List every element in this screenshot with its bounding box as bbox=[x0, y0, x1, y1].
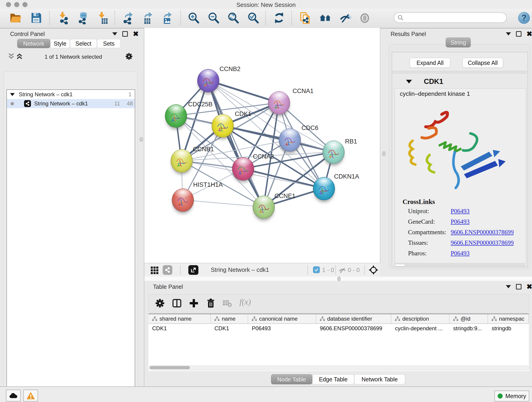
export-image-button[interactable] bbox=[161, 12, 174, 24]
crosslink-link[interactable]: 9606.ENSP00000378699 bbox=[451, 239, 514, 246]
column-header-canonical-name[interactable]: canonical name bbox=[248, 314, 316, 323]
current-network-name: String Network – cdk1 bbox=[211, 266, 269, 274]
panel-close-icon[interactable]: ✖ bbox=[526, 32, 532, 36]
crosslink-link[interactable]: P06493 bbox=[451, 208, 470, 215]
apply-layout-button[interactable] bbox=[273, 12, 285, 24]
network-node-CDC25B[interactable] bbox=[165, 104, 187, 128]
panel-float-icon[interactable] bbox=[122, 31, 128, 37]
panel-menu-icon[interactable] bbox=[506, 285, 511, 288]
show-all-button[interactable] bbox=[358, 12, 371, 24]
network-node-CCNA1[interactable] bbox=[268, 91, 290, 115]
left-splitter-handle[interactable] bbox=[139, 137, 143, 142]
network-node-CDC6[interactable] bbox=[279, 128, 301, 152]
network-node-HIST1H1A[interactable] bbox=[172, 188, 194, 212]
expand-all-button[interactable]: Expand All bbox=[410, 58, 450, 68]
zoom-out-button[interactable] bbox=[207, 12, 220, 24]
entry-collapse-icon[interactable] bbox=[406, 80, 412, 83]
clone-network-button[interactable] bbox=[299, 12, 312, 24]
cloud-status-button[interactable] bbox=[6, 390, 21, 402]
table-cell[interactable]: cyclin-dependent ... bbox=[391, 325, 450, 332]
network-node-CCNA2[interactable] bbox=[232, 157, 254, 181]
tab-network[interactable]: Network bbox=[17, 39, 50, 48]
open-session-button[interactable] bbox=[9, 12, 22, 24]
selected-count-checkbox[interactable] bbox=[313, 266, 320, 273]
panel-float-icon[interactable] bbox=[516, 31, 521, 37]
network-node-CDK1[interactable] bbox=[212, 114, 234, 138]
table-hscrollbar[interactable] bbox=[149, 365, 529, 370]
export-network-button[interactable] bbox=[122, 12, 135, 24]
tab-style[interactable]: Style bbox=[50, 39, 70, 48]
tab-network-table[interactable]: Network Table bbox=[354, 374, 405, 384]
panel-close-icon[interactable]: ✖ bbox=[526, 284, 532, 289]
column-header-namespac[interactable]: namespac bbox=[488, 314, 529, 323]
tab-string[interactable]: String bbox=[446, 37, 471, 47]
network-row-selected[interactable]: String Network – cdk1 11 48 bbox=[7, 99, 135, 108]
horizontal-splitter[interactable] bbox=[144, 277, 532, 281]
delete-column-button[interactable] bbox=[206, 298, 216, 309]
column-header-description[interactable]: description bbox=[391, 314, 450, 323]
table-cell[interactable]: stringdb:9... bbox=[450, 325, 488, 332]
table-cell[interactable]: 9606.ENSP00000378699 bbox=[316, 325, 391, 332]
collapse-all-button[interactable]: Collapse All bbox=[462, 58, 503, 68]
warnings-button[interactable] bbox=[23, 390, 38, 402]
zoom-fit-button[interactable] bbox=[227, 12, 240, 24]
grid-view-button[interactable] bbox=[150, 265, 159, 276]
network-node-CCNB1[interactable] bbox=[171, 149, 193, 172]
first-neighbors-button[interactable] bbox=[319, 12, 332, 24]
network-options-gear-button[interactable] bbox=[125, 52, 133, 61]
function-builder-button-disabled[interactable]: f(x) bbox=[239, 297, 251, 307]
birdseye-view-button[interactable] bbox=[188, 265, 198, 275]
network-node-CCNB2[interactable] bbox=[197, 69, 219, 92]
panel-menu-icon[interactable] bbox=[506, 32, 511, 36]
crosslink-link[interactable]: 9606.ENSP00000378699 bbox=[451, 229, 514, 236]
network-node-CDKN1A[interactable] bbox=[313, 177, 335, 200]
table-cell[interactable]: stringdb bbox=[488, 325, 529, 332]
panel-close-icon[interactable]: ✖ bbox=[133, 32, 139, 36]
search-input[interactable] bbox=[404, 14, 501, 21]
collapse-all-networks-button[interactable] bbox=[8, 53, 15, 61]
panel-float-icon[interactable] bbox=[516, 284, 521, 289]
memory-button[interactable]: Memory bbox=[494, 390, 529, 402]
network-edge-HIST1H1A-CCNE1[interactable] bbox=[183, 200, 264, 207]
tab-sets[interactable]: Sets bbox=[97, 39, 121, 48]
export-table-button[interactable] bbox=[141, 12, 154, 24]
expand-all-networks-button[interactable] bbox=[16, 53, 23, 61]
import-table-button[interactable] bbox=[96, 12, 109, 24]
tree-expander-icon[interactable] bbox=[10, 93, 15, 96]
tab-select[interactable]: Select bbox=[70, 39, 97, 48]
tab-edge-table[interactable]: Edge Table bbox=[312, 374, 354, 384]
import-network-from-database-button[interactable] bbox=[76, 12, 89, 24]
table-row[interactable]: CDK1CDK1P064939606.ENSP00000378699cyclin… bbox=[148, 324, 529, 333]
network-canvas[interactable]: CCNB2CCNA1CDC25BCDK1CDC6RB1CCNB1CCNA2CDK… bbox=[144, 28, 380, 263]
table-cell[interactable]: CDK1 bbox=[148, 325, 211, 332]
column-header-name[interactable]: name bbox=[211, 314, 248, 323]
show-columns-button[interactable] bbox=[172, 298, 182, 309]
results-hscrollbar-handle[interactable] bbox=[395, 264, 405, 266]
save-session-button[interactable] bbox=[30, 12, 43, 24]
tab-node-table[interactable]: Node Table bbox=[271, 374, 312, 384]
column-header-shared-name[interactable]: shared name bbox=[148, 314, 211, 323]
import-network-button[interactable] bbox=[57, 12, 70, 24]
table-cell[interactable]: CDK1 bbox=[211, 325, 248, 332]
crosslink-link[interactable]: P06493 bbox=[451, 218, 470, 225]
network-view-mode-button[interactable] bbox=[163, 265, 172, 275]
zoom-in-button[interactable] bbox=[187, 12, 200, 24]
hide-selected-button[interactable] bbox=[339, 12, 351, 24]
column-header--id[interactable]: @id bbox=[450, 314, 488, 323]
fit-selected-crosshair-button[interactable] bbox=[368, 265, 379, 276]
network-node-RB1[interactable] bbox=[323, 140, 345, 164]
zoom-selected-button[interactable] bbox=[247, 12, 260, 24]
table-cell[interactable]: P06493 bbox=[248, 325, 316, 332]
delete-table-button-disabled[interactable] bbox=[222, 299, 232, 308]
splitter-handle[interactable] bbox=[337, 276, 341, 281]
table-settings-gear-button[interactable] bbox=[155, 298, 165, 309]
help-button[interactable]: ? bbox=[518, 12, 530, 24]
column-header-database-identifier[interactable]: database identifier bbox=[316, 314, 391, 323]
panel-menu-icon[interactable] bbox=[112, 32, 117, 36]
network-collection-row[interactable]: String Network – cdk1 1 bbox=[7, 90, 135, 99]
table-hscrollbar-handle[interactable] bbox=[150, 366, 190, 369]
add-column-button[interactable] bbox=[189, 298, 199, 309]
results-hscrollbar[interactable] bbox=[394, 264, 526, 266]
network-node-CCNE1[interactable] bbox=[253, 196, 275, 219]
crosslink-link[interactable]: P06493 bbox=[451, 250, 470, 257]
